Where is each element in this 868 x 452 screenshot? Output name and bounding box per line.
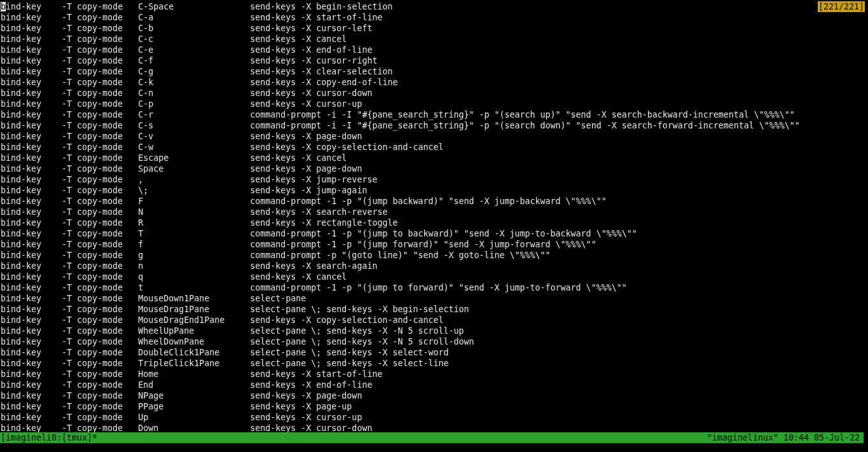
binding-row: bind-key -T copy-mode \; send-keys -X ju… — [1, 185, 868, 196]
binding-row: bind-key -T copy-mode g command-prompt -… — [1, 250, 868, 261]
binding-row: bind-key -T copy-mode C-c send-keys -X c… — [1, 34, 868, 45]
status-left: [imagineli0:[tmux]* — [0, 432, 97, 443]
binding-row: bind-key -T copy-mode t command-prompt -… — [1, 282, 868, 293]
terminal-output: bind-key -T copy-mode C-Space send-keys … — [0, 0, 868, 434]
binding-row: bind-key -T copy-mode PPage send-keys -X… — [1, 401, 868, 412]
binding-row: bind-key -T copy-mode C-r command-prompt… — [1, 109, 868, 120]
binding-row: bind-key -T copy-mode C-w send-keys -X c… — [1, 142, 868, 153]
binding-row: bind-key -T copy-mode C-f send-keys -X c… — [1, 55, 868, 66]
binding-row: bind-key -T copy-mode F command-prompt -… — [1, 196, 868, 207]
binding-row: bind-key -T copy-mode C-a send-keys -X s… — [1, 12, 868, 23]
binding-row: bind-key -T copy-mode , send-keys -X jum… — [1, 174, 868, 185]
binding-row: bind-key -T copy-mode n send-keys -X sea… — [1, 261, 868, 271]
binding-row: bind-key -T copy-mode WheelUpPane select… — [1, 325, 868, 336]
binding-row: bind-key -T copy-mode C-Space send-keys … — [1, 1, 868, 12]
binding-row: bind-key -T copy-mode MouseDragEnd1Pane … — [1, 315, 868, 325]
binding-row: bind-key -T copy-mode T command-prompt -… — [1, 228, 868, 239]
terminal[interactable]: [221/221] bind-key -T copy-mode C-Space … — [0, 0, 868, 452]
binding-row: bind-key -T copy-mode C-s command-prompt… — [1, 120, 868, 131]
binding-row: bind-key -T copy-mode Home send-keys -X … — [1, 369, 868, 380]
binding-row: bind-key -T copy-mode WheelDownPane sele… — [1, 336, 868, 347]
binding-row: bind-key -T copy-mode C-e send-keys -X e… — [1, 45, 868, 55]
binding-row: bind-key -T copy-mode Space send-keys -X… — [1, 163, 868, 174]
binding-row: bind-key -T copy-mode C-k send-keys -X c… — [1, 77, 868, 88]
binding-row: bind-key -T copy-mode R send-keys -X rec… — [1, 217, 868, 228]
cursor: b — [1, 2, 6, 11]
binding-row: bind-key -T copy-mode End send-keys -X e… — [1, 380, 868, 390]
binding-row: bind-key -T copy-mode TripleClick1Pane s… — [1, 358, 868, 369]
binding-row: bind-key -T copy-mode C-g send-keys -X c… — [1, 66, 868, 77]
binding-row: bind-key -T copy-mode Escape send-keys -… — [1, 153, 868, 163]
binding-row: bind-key -T copy-mode NPage send-keys -X… — [1, 390, 868, 401]
binding-row: bind-key -T copy-mode q send-keys -X can… — [1, 271, 868, 282]
binding-row: bind-key -T copy-mode MouseDown1Pane sel… — [1, 293, 868, 304]
binding-row: bind-key -T copy-mode N send-keys -X sea… — [1, 207, 868, 217]
status-right: "imaginelinux" 10:44 05-Jul-22 — [707, 432, 864, 443]
binding-row: bind-key -T copy-mode C-b send-keys -X c… — [1, 23, 868, 34]
binding-row: bind-key -T copy-mode Up send-keys -X cu… — [1, 412, 868, 423]
binding-row: bind-key -T copy-mode C-p send-keys -X c… — [1, 99, 868, 109]
binding-row: bind-key -T copy-mode f command-prompt -… — [1, 239, 868, 250]
status-bar[interactable]: [imagineli0:[tmux]* "imaginelinux" 10:44… — [0, 432, 864, 443]
binding-row: bind-key -T copy-mode C-v send-keys -X p… — [1, 131, 868, 142]
binding-row: bind-key -T copy-mode C-n send-keys -X c… — [1, 88, 868, 99]
binding-row: bind-key -T copy-mode MouseDrag1Pane sel… — [1, 304, 868, 315]
binding-row: bind-key -T copy-mode DoubleClick1Pane s… — [1, 347, 868, 358]
scroll-indicator: [221/221] — [818, 1, 865, 12]
